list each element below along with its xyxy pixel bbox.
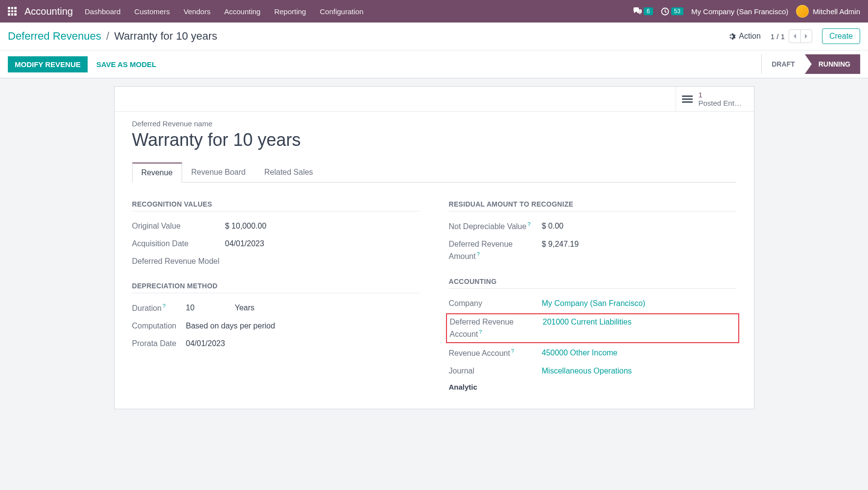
breadcrumb-separator: / [106,30,109,42]
section-residual: RESIDUAL AMOUNT TO RECOGNIZE [449,200,736,211]
activity-count: 53 [671,7,683,15]
nav-dashboard[interactable]: Dashboard [85,7,120,16]
original-value: $ 10,000.00 [225,220,267,232]
control-bar: Deferred Revenues / Warranty for 10 year… [0,23,868,50]
help-icon[interactable]: ? [511,348,514,354]
section-depreciation: DEPRECIATION METHOD [132,282,420,293]
chat-icon [633,7,642,15]
user-menu[interactable]: Mitchell Admin [796,5,860,18]
breadcrumb: Deferred Revenues / Warranty for 10 year… [8,30,217,43]
create-button[interactable]: Create [822,28,860,44]
sheet-header: 1 Posted Ent… [115,87,754,112]
chat-count: 6 [644,7,653,15]
acquisition-date: 04/01/2023 [225,238,264,250]
duration-unit: Years [235,302,255,314]
deferred-account-value[interactable]: 201000 Current Liabilities [543,316,632,340]
posted-entries-button[interactable]: 1 Posted Ent… [676,87,754,111]
pager: 1 / 1 [771,29,812,43]
name-field-label: Deferred Revenue name [132,119,736,128]
nav-customers[interactable]: Customers [134,7,170,16]
company-switcher[interactable]: My Company (San Francisco) [691,7,788,16]
navbar-menu: Dashboard Customers Vendors Accounting R… [85,7,629,16]
posted-count: 1 [699,91,742,99]
chevron-right-icon [804,33,808,39]
computation-label: Computation [132,320,186,332]
record-title: Warranty for 10 years [132,130,736,150]
computation-value: Based on days per period [186,320,275,332]
activity-notifications[interactable]: 53 [661,7,683,16]
status-widget: DRAFT RUNNING [761,54,860,74]
company-value[interactable]: My Company (San Francisco) [542,298,646,309]
form-sheet: 1 Posted Ent… Deferred Revenue name Warr… [114,86,754,409]
pager-value[interactable]: 1 / 1 [771,32,785,41]
deferred-model-label: Deferred Revenue Model [132,256,225,267]
apps-grid-icon [8,7,17,16]
duration-label: Duration? [132,302,186,314]
chevron-left-icon [793,33,797,39]
original-value-label: Original Value [132,220,225,232]
modify-revenue-button[interactable]: MODIFY REVENUE [8,56,88,72]
action-label: Action [739,32,760,41]
acquisition-date-label: Acquisition Date [132,238,225,250]
prorata-label: Prorata Date [132,338,186,350]
gear-icon [727,32,736,41]
deferred-account-label: Deferred Revenue Account? [450,316,543,340]
deferred-amount-label: Deferred Revenue Amount? [449,238,542,262]
breadcrumb-parent[interactable]: Deferred Revenues [8,30,101,42]
action-menu[interactable]: Action [727,32,760,41]
nav-configuration[interactable]: Configuration [320,7,363,16]
control-actions: Action 1 / 1 Create [727,28,860,44]
nav-accounting[interactable]: Accounting [224,7,260,16]
highlight-deferred-account: Deferred Revenue Account? 201000 Current… [446,313,739,343]
section-recognition: RECOGNITION VALUES [132,200,420,211]
status-bar: MODIFY REVENUE SAVE AS MODEL DRAFT RUNNI… [0,50,868,78]
pager-next[interactable] [800,29,812,43]
revenue-account-label: Revenue Account? [449,347,542,359]
revenue-account-value[interactable]: 450000 Other Income [542,347,618,359]
user-name: Mitchell Admin [813,7,860,16]
help-icon[interactable]: ? [479,329,482,335]
list-icon [682,95,693,103]
pager-prev[interactable] [789,29,800,43]
navbar-brand[interactable]: Accounting [24,6,73,17]
help-icon[interactable]: ? [477,251,480,257]
nav-vendors[interactable]: Vendors [184,7,211,16]
prorata-value: 04/01/2023 [186,338,225,350]
avatar-icon [796,5,809,18]
nav-reporting[interactable]: Reporting [274,7,306,16]
navbar-right: 6 53 My Company (San Francisco) Mitchell… [633,5,860,18]
status-running[interactable]: RUNNING [805,54,860,74]
save-as-model-button[interactable]: SAVE AS MODEL [96,60,157,69]
breadcrumb-current: Warranty for 10 years [114,30,217,42]
deferred-amount-value: $ 9,247.19 [542,238,579,262]
tab-related-sales[interactable]: Related Sales [255,163,323,183]
not-depreciable-label: Not Depreciable Value? [449,220,542,233]
duration-value: 10 [186,302,235,314]
journal-value[interactable]: Miscellaneous Operations [542,365,632,377]
chat-notifications[interactable]: 6 [633,7,653,15]
help-icon[interactable]: ? [163,303,165,309]
journal-label: Journal [449,365,542,377]
status-draft[interactable]: DRAFT [761,54,804,74]
apps-menu[interactable] [8,7,17,16]
section-accounting: ACCOUNTING [449,278,736,289]
posted-label: Posted Ent… [699,99,742,107]
tab-revenue[interactable]: Revenue [132,163,182,183]
company-label: Company [449,298,542,309]
not-depreciable-value: $ 0.00 [542,220,563,233]
section-analytic: Analytic [449,383,736,394]
tab-revenue-board[interactable]: Revenue Board [182,163,255,183]
tabs: Revenue Revenue Board Related Sales [132,162,736,183]
navbar: Accounting Dashboard Customers Vendors A… [0,0,868,23]
clock-icon [661,7,669,16]
help-icon[interactable]: ? [527,221,530,227]
